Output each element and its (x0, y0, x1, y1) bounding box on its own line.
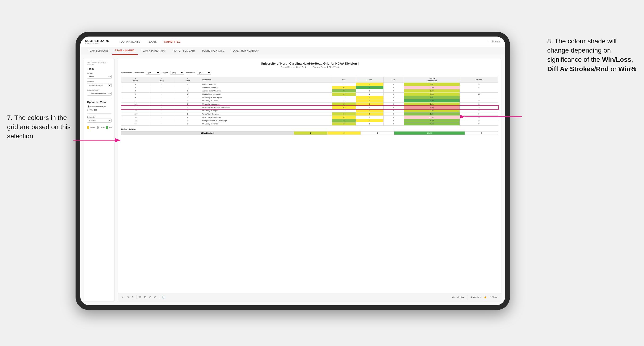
grid-title: University of North Carolina Head-to-Hea… (121, 62, 498, 65)
refresh-icon[interactable]: ⤵ (132, 296, 134, 299)
table-cell: 1 (356, 89, 384, 93)
conference-filter-label: Conference (134, 72, 144, 74)
table-cell: 9.00 (404, 99, 460, 103)
table-cell: - (150, 112, 174, 116)
table-cell: - (150, 109, 174, 112)
gender-select[interactable]: Men's (87, 75, 112, 79)
region-filter-select[interactable]: (All) (170, 71, 184, 75)
sub-nav-player-summary[interactable]: PLAYER SUMMARY (170, 47, 199, 55)
sub-nav-team-h2h-grid[interactable]: TEAM H2H GRID (112, 47, 138, 55)
table-cell: 0 (384, 93, 404, 96)
table-cell: 0 (384, 86, 404, 89)
main-content: Last Updated: 27/03/2024 16:55:38 Team G… (80, 55, 505, 305)
table-cell: 2.33 (404, 109, 460, 112)
table-cell: Texas Tech University (201, 112, 332, 116)
legend-level-dot (97, 126, 99, 129)
radio-opponents-played[interactable]: Opponents Played (87, 105, 112, 108)
table-cell: 2 (174, 86, 201, 89)
opponent-view-radio-group: Opponents Played Top 100 (87, 105, 112, 111)
sub-nav-team-h2h-heatmap[interactable]: TEAM H2H HEATMAP (138, 47, 170, 55)
fit-icon[interactable]: ⊕ (149, 296, 151, 299)
table-cell: -2.29 (404, 86, 460, 89)
radio-dot-top100 (87, 109, 90, 111)
table-cell: 0 (384, 99, 404, 103)
zoom-in-icon[interactable]: ⊞ (139, 296, 142, 299)
table-cell: 12 (460, 93, 498, 96)
table-cell: Florida State University (201, 93, 332, 96)
school-select[interactable]: 1. University of Nort... (87, 92, 112, 96)
table-cell: University of Arizona (201, 99, 332, 103)
sub-nav-player-h2h-grid[interactable]: PLAYER H2H GRID (199, 47, 228, 55)
table-cell: 0 (384, 116, 404, 119)
col-conf: #Conf (174, 77, 201, 83)
table-cell: 3 (460, 109, 498, 112)
division-record: Division Record: 88 - 17 - 0 (313, 66, 339, 68)
watch-btn[interactable]: 👁 Watch ▼ (470, 296, 481, 298)
right-panel: University of North Carolina Head-to-Hea… (118, 59, 502, 302)
table-cell: 5 (332, 89, 356, 93)
table-cell: 5 (332, 119, 356, 122)
table-cell: 0 (384, 106, 404, 109)
table-cell: 2 (121, 83, 150, 86)
table-cell: 2.61 (404, 103, 460, 106)
fullscreen-icon[interactable]: ⊙ (154, 296, 156, 299)
table-cell: Arizona State University (201, 89, 332, 93)
view-original-btn[interactable]: View: Original (452, 296, 464, 298)
nav-tournaments[interactable]: TOURNAMENTS (119, 40, 140, 43)
timestamp: Last Updated: 27/03/2024 16:55:38 (87, 62, 112, 65)
sub-nav-team-summary[interactable]: TEAM SUMMARY (85, 47, 112, 55)
sign-out-link[interactable]: Sign out (488, 40, 500, 43)
nav-committee[interactable]: COMMITTEE (164, 40, 181, 43)
table-cell: 3.67 (404, 96, 460, 99)
table-cell: University of Virginia (201, 109, 332, 112)
division-select[interactable]: NCAA Division I (87, 83, 112, 87)
opponent-filter-select[interactable]: (All) (197, 71, 211, 75)
table-cell: 0 (384, 112, 404, 116)
colour-by-select[interactable]: Win/loss (87, 119, 112, 123)
table-row: 9-3University of Arizona1009.002 (121, 99, 498, 103)
app-logo: SCOREBOARD Powered by clippd (85, 39, 110, 44)
legend: Down Level Up (87, 126, 112, 129)
out-division-table: NCAA Division II 1 0 0 26.00 3 (121, 131, 498, 135)
table-cell: 1 (174, 89, 201, 93)
thumbs-btn[interactable]: 👍 (484, 296, 486, 298)
share-btn[interactable]: ↗ Share (489, 296, 498, 298)
table-cell: 5 (174, 103, 201, 106)
nav-teams[interactable]: TEAMS (147, 40, 157, 43)
table-cell: 9 (460, 122, 498, 126)
table-cell: University of Arkansas, Fayetteville (201, 106, 332, 109)
zoom-out-icon[interactable]: ⊟ (144, 296, 146, 299)
table-cell: - (150, 93, 174, 96)
table-cell: 1 (174, 83, 201, 86)
gender-label: Gender (87, 72, 112, 74)
table-cell: 3 (332, 103, 356, 106)
col-tie: Tie (384, 77, 404, 83)
undo-icon[interactable]: ↩ (122, 296, 124, 299)
table-cell: 4 (332, 93, 356, 96)
out-div-loss: 0 (327, 132, 361, 135)
redo-icon[interactable]: ↪ (127, 296, 129, 299)
toolbar-right: View: Original 👁 Watch ▼ 👍 ↗ Share (452, 295, 498, 299)
table-cell: 1 (332, 96, 356, 99)
table-cell: 3 (460, 96, 498, 99)
table-cell: - (150, 103, 174, 106)
colour-by-label: Colour by (87, 116, 112, 118)
table-cell: 1 (332, 109, 356, 112)
conference-filter-select[interactable]: (All) (146, 71, 160, 75)
table-cell: 2 (174, 96, 201, 99)
table-cell: - (150, 83, 174, 86)
annotation-right: 8. The colour shade will change dependin… (547, 36, 637, 74)
table-row: 2-1Auburn University2101.679 (121, 83, 498, 86)
opponent-view-title: Opponent View (87, 101, 112, 103)
logo-text: SCOREBOARD (85, 39, 110, 43)
table-cell: 9 (460, 119, 498, 122)
table-cell: 8 (460, 103, 498, 106)
table-cell: 15 (121, 119, 150, 122)
table-cell: 13 (121, 112, 150, 116)
sub-nav-player-h2h-heatmap[interactable]: PLAYER H2H HEATMAP (228, 47, 262, 55)
table-cell: 1 (356, 122, 384, 126)
radio-top100[interactable]: Top 100 (87, 109, 112, 111)
table-cell: 9 (460, 112, 498, 116)
table-cell: 9 (121, 99, 150, 103)
table-row: 6-2Florida State University4201.8312 (121, 93, 498, 96)
